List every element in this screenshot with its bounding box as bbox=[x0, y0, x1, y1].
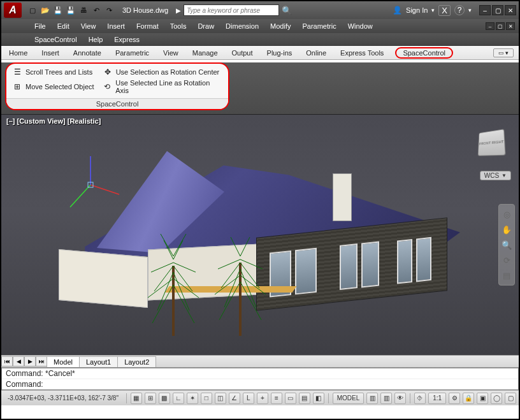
tab-expresstools[interactable]: Express Tools bbox=[338, 48, 386, 58]
anno-scale-lock-icon[interactable]: ⯑ bbox=[414, 393, 426, 404]
user-icon[interactable]: 👤 bbox=[393, 6, 402, 15]
menu-modify[interactable]: Modify bbox=[270, 22, 291, 30]
menu-bar: File Edit View Insert Format Tools Draw … bbox=[1, 19, 519, 33]
tab-plugins[interactable]: Plug-ins bbox=[264, 48, 295, 58]
menu-draw[interactable]: Draw bbox=[198, 22, 214, 30]
tab-parametric[interactable]: Parametric bbox=[113, 48, 152, 58]
workspace-icon[interactable]: ⚙ bbox=[449, 393, 460, 404]
wcs-badge[interactable]: WCS▼ bbox=[480, 171, 511, 180]
layout-tab-layout1[interactable]: Layout1 bbox=[79, 356, 118, 367]
app-logo[interactable]: A bbox=[4, 3, 22, 18]
doc-restore-button[interactable]: ▢ bbox=[496, 22, 505, 30]
tab-output[interactable]: Output bbox=[229, 48, 256, 58]
clean-screen-icon[interactable]: ▢ bbox=[505, 393, 516, 404]
ribbon-collapse-button[interactable]: ▭ ▾ bbox=[493, 48, 514, 57]
sc-icon[interactable]: ◧ bbox=[313, 393, 324, 404]
menu-help[interactable]: Help bbox=[89, 36, 103, 43]
infer-icon[interactable]: ▦ bbox=[131, 393, 142, 404]
doc-close-button[interactable]: ✕ bbox=[506, 22, 515, 30]
nav-last-icon[interactable]: ⏭ bbox=[36, 356, 47, 366]
rotation-center-button[interactable]: ✥ Use Selection as Rotation Center bbox=[103, 68, 222, 76]
menu-express[interactable]: Express bbox=[114, 36, 140, 43]
move-object-button[interactable]: ⊞ Move Selected Object bbox=[13, 79, 94, 94]
qp-icon[interactable]: ▤ bbox=[299, 393, 310, 404]
label: Move Selected Object bbox=[25, 83, 94, 91]
snap-icon[interactable]: ⊞ bbox=[145, 393, 156, 404]
rotation-axis-button[interactable]: ⟲ Use Selected Line as Rotation Axis bbox=[103, 79, 222, 94]
menu-parametric[interactable]: Parametric bbox=[302, 22, 336, 30]
showmotion-icon[interactable]: ▤ bbox=[501, 270, 512, 281]
menu-tools[interactable]: Tools bbox=[170, 22, 187, 30]
nav-first-icon[interactable]: ⏮ bbox=[1, 356, 13, 366]
osnap-icon[interactable]: □ bbox=[201, 393, 212, 404]
menu-window[interactable]: Window bbox=[348, 22, 373, 30]
exchange-icon[interactable]: X bbox=[438, 5, 451, 16]
layout-tab-layout2[interactable]: Layout2 bbox=[117, 356, 156, 367]
grid-icon[interactable]: ▩ bbox=[159, 393, 170, 404]
menu-spacecontrol[interactable]: SpaceControl bbox=[34, 36, 77, 43]
hardware-accel-icon[interactable]: ▣ bbox=[477, 393, 488, 404]
menu-edit[interactable]: Edit bbox=[57, 22, 69, 30]
otrack-icon[interactable]: ∠ bbox=[229, 393, 240, 404]
zoom-icon[interactable]: 🔍 bbox=[501, 239, 512, 250]
quick-access-toolbar: ▢ 📂 💾 💾 🖶 ↶ ↷ bbox=[27, 4, 115, 16]
navigation-bar: ◎ ✋ 🔍 ⟳ ▤ bbox=[498, 204, 515, 286]
polar-icon[interactable]: ✶ bbox=[187, 393, 198, 404]
doc-minimize-button[interactable]: – bbox=[486, 22, 495, 30]
maximize-button[interactable]: ▢ bbox=[492, 5, 503, 15]
open-icon[interactable]: 📂 bbox=[40, 4, 51, 16]
dropdown-icon[interactable]: ▾ bbox=[431, 7, 435, 13]
anno-scale[interactable]: 1:1 bbox=[428, 393, 446, 404]
model-space-button[interactable]: MODEL bbox=[333, 393, 365, 404]
anno-vis-icon[interactable]: 👁 bbox=[394, 393, 406, 404]
scroll-trees-button[interactable]: ☰ Scroll Trees and Lists bbox=[13, 68, 94, 76]
pan-icon[interactable]: ✋ bbox=[501, 224, 512, 235]
dyn-icon[interactable]: + bbox=[257, 393, 268, 404]
nav-prev-icon[interactable]: ◀ bbox=[13, 356, 24, 366]
saveas-icon[interactable]: 💾 bbox=[65, 4, 76, 16]
tab-home[interactable]: Home bbox=[6, 48, 30, 58]
new-icon[interactable]: ▢ bbox=[27, 4, 38, 16]
close-button[interactable]: ✕ bbox=[505, 5, 516, 15]
search-input[interactable] bbox=[184, 4, 279, 16]
viewport[interactable]: [–] [Custom View] [Realistic] bbox=[1, 114, 519, 355]
redo-icon[interactable]: ↷ bbox=[103, 4, 115, 16]
lwt-icon[interactable]: ≡ bbox=[271, 393, 282, 404]
view-label[interactable]: [–] [Custom View] [Realistic] bbox=[6, 117, 101, 125]
tree bbox=[212, 234, 263, 336]
tab-view[interactable]: View bbox=[161, 48, 181, 58]
3dosnap-icon[interactable]: ◫ bbox=[215, 393, 226, 404]
nav-next-icon[interactable]: ▶ bbox=[24, 356, 36, 366]
layout-tab-model[interactable]: Model bbox=[47, 356, 80, 367]
tab-online[interactable]: Online bbox=[303, 48, 329, 58]
steering-wheel-icon[interactable]: ◎ bbox=[501, 208, 512, 220]
save-icon[interactable]: 💾 bbox=[52, 4, 64, 16]
command-line[interactable]: Command: *Cancel* Command: bbox=[1, 368, 519, 390]
tab-annotate[interactable]: Annotate bbox=[71, 48, 104, 58]
binoculars-icon[interactable]: 🔍 bbox=[282, 6, 292, 15]
tab-manage[interactable]: Manage bbox=[190, 48, 220, 58]
menu-dimension[interactable]: Dimension bbox=[226, 22, 259, 30]
tab-spacecontrol[interactable]: SpaceControl bbox=[395, 47, 453, 59]
viewcube[interactable]: FRONT RIGHT bbox=[478, 129, 506, 156]
tpy-icon[interactable]: ▭ bbox=[285, 393, 296, 404]
print-icon[interactable]: 🖶 bbox=[78, 4, 89, 16]
sign-in-link[interactable]: Sign In bbox=[406, 6, 428, 14]
tab-insert[interactable]: Insert bbox=[39, 48, 62, 58]
isolate-icon[interactable]: ◯ bbox=[491, 393, 502, 404]
toolbar-lock-icon[interactable]: 🔒 bbox=[463, 393, 474, 404]
undo-icon[interactable]: ↶ bbox=[90, 4, 102, 16]
menu-insert[interactable]: Insert bbox=[107, 22, 125, 30]
minimize-button[interactable]: – bbox=[479, 5, 491, 15]
ortho-icon[interactable]: ∟ bbox=[173, 393, 184, 404]
layout-quick2-icon[interactable]: ▥ bbox=[380, 393, 392, 404]
orbit-icon[interactable]: ⟳ bbox=[501, 254, 512, 266]
menu-format[interactable]: Format bbox=[136, 22, 159, 30]
dropdown-icon[interactable]: ▾ bbox=[468, 7, 472, 13]
ducs-icon[interactable]: L bbox=[243, 393, 254, 404]
command-prompt[interactable]: Command: bbox=[2, 379, 518, 389]
menu-file[interactable]: File bbox=[34, 22, 46, 30]
layout-quick-icon[interactable]: ▥ bbox=[366, 393, 378, 404]
help-icon[interactable]: ? bbox=[454, 5, 465, 15]
menu-view[interactable]: View bbox=[81, 22, 96, 30]
